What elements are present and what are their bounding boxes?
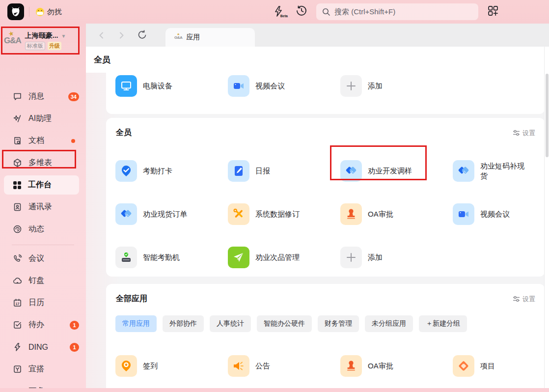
plus-icon xyxy=(340,75,362,97)
beta-label: Beta xyxy=(280,14,288,18)
sidebar-item-calendar[interactable]: 17 日历 xyxy=(0,292,86,314)
app-quanye-dev-sampling[interactable]: 劝业开发调样 xyxy=(340,149,453,193)
app-video-meeting[interactable]: 视频会议 xyxy=(228,75,340,97)
project-diamond-icon xyxy=(453,355,474,377)
phone-icon xyxy=(13,254,22,263)
grid-icon xyxy=(13,181,22,190)
svg-text:17: 17 xyxy=(16,302,20,306)
app-quanye-shortcode[interactable]: 劝业短码补现货 xyxy=(453,149,549,193)
app-quanye-defect-mgmt[interactable]: 劝业次品管理 xyxy=(228,236,340,279)
app-computer-devices[interactable]: 电脑设备 xyxy=(115,75,228,97)
sidebar: ★ G&A 上海颐豪... ▼ 标准版 升级 消息 34 AI助理 xyxy=(0,24,86,392)
forward-icon[interactable] xyxy=(114,31,128,40)
app-oa-approval[interactable]: OA审批 xyxy=(340,355,453,377)
sidebar-item-messages[interactable]: 消息 34 xyxy=(0,85,86,108)
apps-grid-icon[interactable] xyxy=(487,5,499,19)
org-name: 上海颐豪... xyxy=(25,31,58,40)
tab-apps[interactable]: ★G&A 应用 xyxy=(165,28,255,47)
app-smart-attendance-machine[interactable]: 智能考勤机 xyxy=(115,236,228,279)
search-icon xyxy=(322,8,330,16)
divider xyxy=(12,245,74,245)
ding-badge: 1 xyxy=(70,343,79,352)
dingtalk-logo[interactable] xyxy=(7,3,24,20)
new-group-button[interactable]: ＋新建分组 xyxy=(419,315,467,332)
group-title: 全部应用 xyxy=(116,294,147,304)
video-camera-icon xyxy=(228,75,249,97)
sidebar-item-docs[interactable]: 文档 xyxy=(0,130,86,152)
refresh-icon[interactable] xyxy=(135,30,149,40)
lightning-icon xyxy=(13,342,22,352)
workbench-scroll-area[interactable]: 电脑设备 视频会议 添加 全员 xyxy=(86,73,549,392)
group-settings-button[interactable]: 设置 xyxy=(513,295,535,304)
document-icon xyxy=(13,136,22,145)
app-announcement[interactable]: 公告 xyxy=(228,355,340,377)
sticky-group-header: 全员 xyxy=(86,47,549,73)
yida-icon xyxy=(13,364,22,374)
handshake-heart-icon xyxy=(453,160,474,182)
add-app-button[interactable]: 添加 xyxy=(340,236,453,279)
app-quanye-spot-order[interactable]: 劝业现货订单 xyxy=(115,193,228,236)
todo-badge: 1 xyxy=(70,321,79,330)
app-daily-report[interactable]: 日报 xyxy=(228,149,340,193)
notification-dot xyxy=(71,139,75,143)
vertical-scrollbar[interactable] xyxy=(544,47,549,392)
app-attendance[interactable]: 考勤打卡 xyxy=(115,149,228,193)
sidebar-nav-group-1: 消息 34 AI助理 文档 多维表 xyxy=(0,85,86,240)
search-placeholder: 搜索 (Ctrl+Shift+F) xyxy=(334,7,395,17)
category-tab-ungrouped[interactable]: 未分组应用 xyxy=(365,315,413,332)
category-tab-hardware[interactable]: 智能办公硬件 xyxy=(257,315,312,332)
app-group-card-all-staff: 全员 设置 考勤打卡 xyxy=(106,118,545,277)
group-title: 全员 xyxy=(116,128,132,138)
sidebar-item-yida[interactable]: 宜搭 xyxy=(0,358,86,380)
upgrade-button[interactable]: 升级 xyxy=(48,42,61,50)
dnd-status[interactable]: 勿扰 xyxy=(35,7,62,17)
attendance-machine-icon xyxy=(115,247,137,268)
sidebar-item-multitable[interactable]: 多维表 xyxy=(0,152,86,174)
scrollbar-thumb[interactable] xyxy=(546,74,549,157)
edition-badge: 标准版 xyxy=(25,42,45,50)
video-camera-icon xyxy=(453,203,474,225)
group-settings-button[interactable]: 设置 xyxy=(513,129,535,138)
sidebar-item-ding[interactable]: DING 1 xyxy=(0,336,86,358)
sidebar-item-feed[interactable]: 动态 xyxy=(0,218,86,240)
handshake-heart-icon xyxy=(115,203,137,225)
app-video-meeting[interactable]: 视频会议 xyxy=(453,193,549,236)
chevron-down-icon: ▼ xyxy=(61,33,66,39)
org-selector[interactable]: ★ G&A 上海颐豪... ▼ 标准版 升级 xyxy=(4,28,79,53)
add-app-button[interactable]: 添加 xyxy=(340,75,453,97)
sidebar-item-todo[interactable]: 待办 1 xyxy=(0,314,86,336)
app-group-card-partial: 电脑设备 视频会议 添加 xyxy=(106,73,545,114)
app-checkin[interactable]: 签到 xyxy=(115,355,228,377)
todo-icon xyxy=(13,320,22,330)
history-icon[interactable] xyxy=(296,5,307,19)
sidebar-item-contacts[interactable]: 通讯录 xyxy=(0,196,86,218)
sidebar-nav-group-2: 会议 钉盘 17 日历 待办 1 xyxy=(0,248,86,392)
divider xyxy=(29,7,29,17)
tools-icon xyxy=(228,203,249,225)
app-project[interactable]: 项目 xyxy=(453,355,549,377)
sidebar-item-drive[interactable]: 钉盘 xyxy=(0,270,86,292)
monitor-icon xyxy=(115,75,137,97)
unread-badge: 34 xyxy=(68,92,79,101)
sidebar-item-meeting[interactable]: 会议 xyxy=(0,248,86,270)
cloud-icon xyxy=(13,276,22,285)
app-category-tabs: 常用应用 外部协作 人事统计 智能办公硬件 财务管理 未分组应用 ＋新建分组 xyxy=(115,315,545,332)
handshake-heart-icon xyxy=(340,160,362,182)
category-tab-finance[interactable]: 财务管理 xyxy=(318,315,359,332)
tab-bar: ★G&A 应用 xyxy=(86,24,549,47)
ai-beta-icon[interactable]: Beta xyxy=(274,6,287,18)
search-input[interactable]: 搜索 (Ctrl+Shift+F) xyxy=(316,3,478,20)
sidebar-item-workbench[interactable]: 工作台 xyxy=(0,174,86,196)
paper-plane-icon xyxy=(228,247,249,268)
page-title: 全员 xyxy=(94,54,110,65)
megaphone-icon xyxy=(228,355,249,377)
app-group-card-all-apps: 全部应用 设置 常用应用 外部协作 人事统计 智能办公硬件 财务管理 未分组应用… xyxy=(106,284,545,392)
category-tab-hr[interactable]: 人事统计 xyxy=(210,315,251,332)
category-tab-external[interactable]: 外部协作 xyxy=(163,315,204,332)
app-system-data-revision[interactable]: 系统数据修订 xyxy=(228,193,340,236)
contacts-icon xyxy=(13,202,22,212)
sidebar-item-ai-assistant[interactable]: AI助理 xyxy=(0,108,86,130)
back-icon[interactable] xyxy=(95,31,109,40)
app-oa-approval[interactable]: OA审批 xyxy=(340,193,453,236)
category-tab-common[interactable]: 常用应用 xyxy=(115,315,157,332)
